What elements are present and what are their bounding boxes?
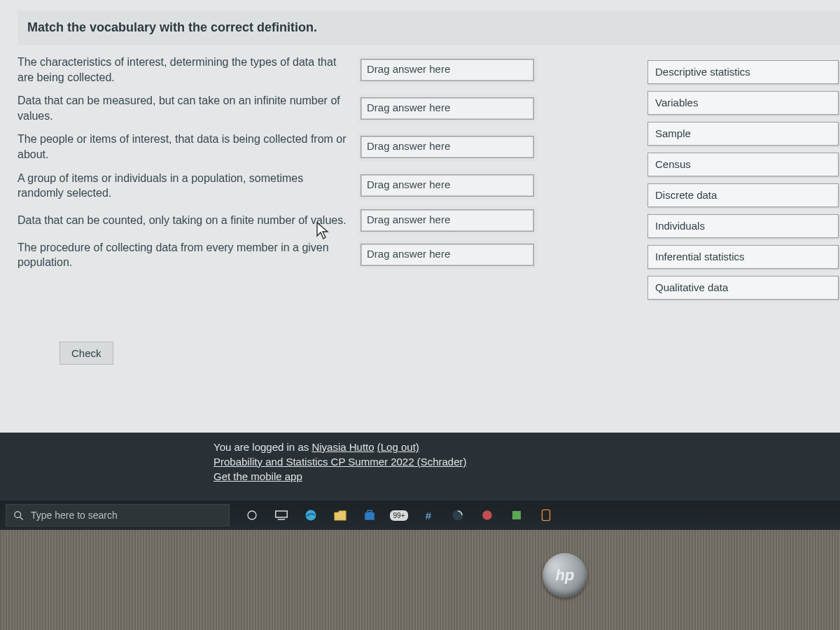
mobile-app-link[interactable]: Get the mobile app: [214, 470, 302, 482]
groupme-icon[interactable]: #: [421, 508, 435, 522]
taskbar-search[interactable]: Type here to search: [6, 504, 230, 526]
app-content: Match the vocabulary with the correct de…: [0, 0, 840, 500]
app-icon-2[interactable]: [480, 508, 494, 522]
svg-rect-7: [368, 510, 372, 512]
task-view-icon[interactable]: [274, 508, 288, 522]
dropzone[interactable]: Drag answer here: [360, 174, 534, 197]
definition-text: Data that can be counted, only taking on…: [18, 213, 360, 228]
match-row: The procedure of collecting data from ev…: [18, 240, 648, 270]
app-icon-1[interactable]: [451, 508, 465, 522]
footer-links: You are logged in as Niyasia Hutto (Log …: [214, 440, 467, 484]
match-row: The characteristics of interest, determi…: [18, 55, 648, 85]
hp-logo-icon: hp: [542, 553, 587, 598]
svg-rect-6: [365, 512, 374, 520]
monitor-bezel: [0, 530, 840, 630]
question-header: Match the vocabulary with the correct de…: [18, 10, 840, 45]
mail-badge[interactable]: 99+: [392, 508, 406, 522]
logged-in-line: You are logged in as Niyasia Hutto (Log …: [214, 440, 467, 454]
answer-chip[interactable]: Individuals: [648, 214, 839, 238]
cortana-icon[interactable]: [245, 508, 259, 522]
answer-chip[interactable]: Discrete data: [648, 183, 839, 207]
dropzone[interactable]: Drag answer here: [360, 136, 534, 158]
file-explorer-icon[interactable]: [333, 508, 347, 522]
svg-rect-10: [512, 511, 521, 519]
match-row: Data that can be counted, only taking on…: [18, 209, 648, 232]
logged-in-prefix: You are logged in as: [214, 441, 312, 453]
definitions-column: The characteristics of interest, determi…: [18, 55, 648, 279]
dropzone[interactable]: Drag answer here: [360, 244, 534, 266]
edge-icon[interactable]: [304, 508, 318, 522]
definition-text: The people or items of interest, that da…: [18, 132, 360, 162]
mail-count-badge: 99+: [390, 510, 409, 521]
search-placeholder: Type here to search: [31, 510, 118, 521]
app-icon-3[interactable]: [510, 508, 524, 522]
answer-chip[interactable]: Inferential statistics: [648, 245, 839, 269]
app-icon-4[interactable]: [539, 508, 553, 522]
svg-rect-3: [276, 511, 288, 517]
dropzone[interactable]: Drag answer here: [360, 59, 534, 81]
svg-line-1: [20, 517, 22, 519]
dropzone[interactable]: Drag answer here: [360, 97, 534, 120]
match-area: The characteristics of interest, determi…: [18, 55, 840, 279]
logout-link[interactable]: (Log out): [377, 441, 419, 453]
store-icon[interactable]: [363, 508, 377, 522]
dropzone[interactable]: Drag answer here: [360, 209, 534, 232]
check-button[interactable]: Check: [59, 342, 113, 365]
svg-point-9: [482, 510, 492, 520]
match-row: Data that can be measured, but can take …: [18, 93, 648, 123]
search-icon: [13, 510, 24, 521]
answer-chip[interactable]: Variables: [648, 91, 839, 115]
definition-text: The characteristics of interest, determi…: [18, 55, 360, 85]
definition-text: Data that can be measured, but can take …: [18, 93, 360, 123]
check-button-wrap: Check: [59, 342, 840, 365]
definition-text: A group of items or individuals in a pop…: [18, 171, 360, 201]
svg-rect-11: [542, 510, 550, 520]
answer-chip[interactable]: Sample: [648, 122, 839, 146]
answer-chip[interactable]: Descriptive statistics: [648, 60, 839, 84]
answer-chip[interactable]: Census: [648, 153, 839, 176]
taskbar-icons: 99+ #: [245, 508, 553, 522]
answers-column: Descriptive statistics Variables Sample …: [648, 60, 840, 307]
taskbar: Type here to search 99+ #: [0, 500, 840, 530]
question-title: Match the vocabulary with the correct de…: [27, 20, 832, 35]
user-link[interactable]: Niyasia Hutto: [312, 441, 374, 453]
definition-text: The procedure of collecting data from ev…: [18, 240, 360, 270]
match-row: A group of items or individuals in a pop…: [18, 171, 648, 201]
svg-point-0: [15, 511, 21, 517]
match-row: The people or items of interest, that da…: [18, 132, 648, 162]
svg-point-2: [248, 511, 256, 519]
answer-chip[interactable]: Qualitative data: [648, 276, 839, 300]
course-link[interactable]: Probability and Statistics CP Summer 202…: [214, 456, 467, 468]
